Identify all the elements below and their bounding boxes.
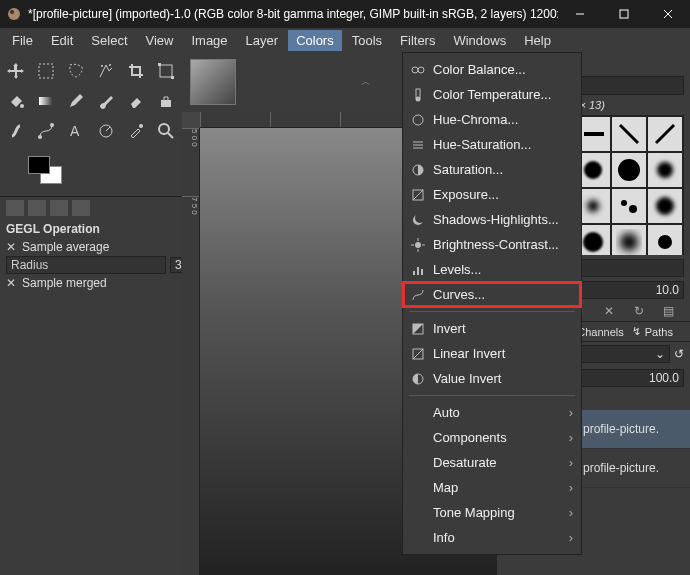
menu-colors[interactable]: Colors: [288, 30, 342, 51]
close-icon[interactable]: ✕: [6, 240, 18, 254]
titlebar: *[profile-picture] (imported)-1.0 (RGB c…: [0, 0, 690, 28]
linear-invert-icon: [411, 347, 425, 361]
gradient-tool[interactable]: [33, 88, 59, 114]
smudge-tool[interactable]: [3, 118, 29, 144]
tab-paths[interactable]: ↯Paths: [628, 322, 690, 341]
menu-layer[interactable]: Layer: [238, 30, 287, 51]
radius-field[interactable]: [6, 256, 166, 274]
svg-rect-40: [413, 271, 415, 275]
menu-auto[interactable]: Auto›: [403, 400, 581, 425]
app-icon: [6, 6, 22, 22]
hue-chroma-icon: [411, 113, 425, 127]
menu-edit[interactable]: Edit: [43, 30, 81, 51]
menu-value-invert[interactable]: Value Invert: [403, 366, 581, 391]
rect-select-tool[interactable]: [33, 58, 59, 84]
svg-point-70: [620, 233, 638, 251]
refresh-brush-icon[interactable]: ↻: [631, 304, 647, 318]
menu-curves[interactable]: Curves...: [403, 282, 581, 307]
svg-point-21: [159, 124, 169, 134]
menu-filters[interactable]: Filters: [392, 30, 443, 51]
svg-line-45: [413, 349, 423, 359]
menu-tone-mapping[interactable]: Tone Mapping›: [403, 500, 581, 525]
dock-tab-4[interactable]: [72, 200, 90, 216]
levels-icon: [411, 263, 425, 277]
chevron-down-icon: ⌄: [655, 347, 665, 361]
layer-name[interactable]: profile-picture.: [583, 461, 659, 475]
path-tool[interactable]: [33, 118, 59, 144]
free-select-tool[interactable]: [63, 58, 89, 84]
foreground-color[interactable]: [28, 156, 50, 174]
balance-icon: [411, 63, 425, 77]
shadows-icon: [411, 213, 425, 227]
paintbrush-tool[interactable]: [93, 88, 119, 114]
pencil-tool[interactable]: [63, 88, 89, 114]
dock-tab-3[interactable]: [50, 200, 68, 216]
close-button[interactable]: [646, 0, 690, 28]
measure-tool[interactable]: [93, 118, 119, 144]
svg-rect-3: [620, 10, 628, 18]
svg-point-35: [415, 242, 421, 248]
layer-name[interactable]: profile-picture.: [583, 422, 659, 436]
svg-point-16: [50, 123, 54, 127]
dock-tab-1[interactable]: [6, 200, 24, 216]
svg-point-26: [416, 96, 421, 101]
menu-select[interactable]: Select: [83, 30, 135, 51]
menu-hue-chroma[interactable]: Hue-Chroma...: [403, 107, 581, 132]
menu-hue-saturation[interactable]: Hue-Saturation...: [403, 132, 581, 157]
color-picker-tool[interactable]: [123, 118, 149, 144]
svg-rect-6: [39, 64, 53, 78]
menu-color-temperature[interactable]: Color Temperature...: [403, 82, 581, 107]
hue-saturation-icon: [411, 138, 425, 152]
menu-levels[interactable]: Levels...: [403, 257, 581, 282]
svg-point-7: [101, 65, 103, 67]
svg-point-8: [109, 64, 111, 66]
reset-mode-icon[interactable]: ↺: [674, 347, 684, 361]
menu-invert[interactable]: Invert: [403, 316, 581, 341]
brightness-icon: [411, 238, 425, 252]
chevron-right-icon: ›: [569, 530, 573, 545]
menu-exposure[interactable]: Exposure...: [403, 182, 581, 207]
menu-shadows-highlights[interactable]: Shadows-Highlights...: [403, 207, 581, 232]
close-icon[interactable]: ✕: [6, 276, 18, 290]
eraser-tool[interactable]: [123, 88, 149, 114]
menu-tools[interactable]: Tools: [344, 30, 390, 51]
chevron-right-icon: ›: [569, 430, 573, 445]
zoom-tool[interactable]: [153, 118, 179, 144]
bucket-fill-tool[interactable]: [3, 88, 29, 114]
minimize-button[interactable]: [558, 0, 602, 28]
svg-point-71: [658, 235, 672, 249]
dock-tab-2[interactable]: [28, 200, 46, 216]
color-swatches[interactable]: [28, 156, 68, 192]
image-tab-thumb[interactable]: [190, 59, 236, 105]
svg-point-55: [618, 159, 640, 181]
fuzzy-select-tool[interactable]: [93, 58, 119, 84]
chevron-right-icon: ›: [569, 480, 573, 495]
text-tool[interactable]: A: [63, 118, 89, 144]
menu-color-balance[interactable]: Color Balance...: [403, 57, 581, 82]
menu-brightness-contrast[interactable]: Brightness-Contrast...: [403, 232, 581, 257]
svg-line-22: [168, 133, 173, 138]
curves-icon: [411, 288, 425, 302]
maximize-button[interactable]: [602, 0, 646, 28]
menu-windows[interactable]: Windows: [445, 30, 514, 51]
left-dock: A GEGL Operation ✕Sample average 3▲▼ ✕Sa…: [0, 52, 182, 575]
delete-brush-icon[interactable]: ✕: [601, 304, 617, 318]
clone-tool[interactable]: [153, 88, 179, 114]
move-tool[interactable]: [3, 58, 29, 84]
menu-image[interactable]: Image: [183, 30, 235, 51]
crop-tool[interactable]: [123, 58, 149, 84]
transform-tool[interactable]: [153, 58, 179, 84]
svg-point-34: [415, 213, 425, 223]
menu-desaturate[interactable]: Desaturate›: [403, 450, 581, 475]
menu-view[interactable]: View: [138, 30, 182, 51]
menu-map[interactable]: Map›: [403, 475, 581, 500]
svg-point-54: [584, 161, 602, 179]
menu-help[interactable]: Help: [516, 30, 559, 51]
open-brush-icon[interactable]: ▤: [661, 304, 677, 318]
menu-components[interactable]: Components›: [403, 425, 581, 450]
menu-file[interactable]: File: [4, 30, 41, 51]
menu-linear-invert[interactable]: Linear Invert: [403, 341, 581, 366]
menu-saturation[interactable]: Saturation...: [403, 157, 581, 182]
menu-info[interactable]: Info›: [403, 525, 581, 550]
invert-icon: [411, 322, 425, 336]
